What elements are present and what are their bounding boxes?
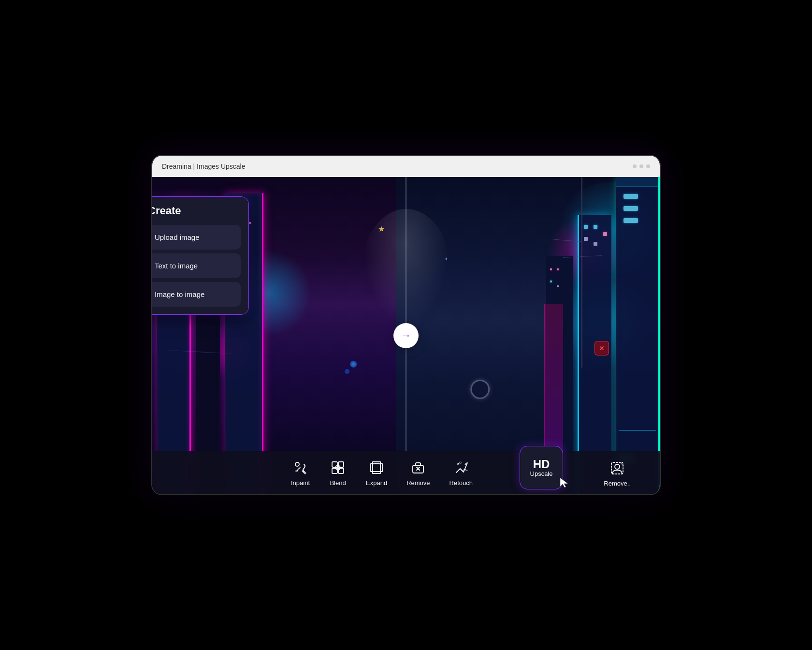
star-1: ★ — [378, 224, 385, 234]
inpaint-icon — [292, 459, 309, 476]
arrow-right-icon: → — [401, 329, 411, 342]
device-frame: Dreamina | Images Upscale — [152, 156, 660, 494]
svg-rect-19 — [373, 464, 380, 472]
retouch-label: Retouch — [450, 479, 473, 487]
blend-icon — [329, 459, 347, 476]
remove-label: Remove — [406, 479, 430, 487]
svg-point-23 — [463, 470, 464, 471]
svg-point-10 — [295, 462, 299, 466]
text-to-image-label: Text to image — [155, 262, 198, 270]
pole-1 — [581, 177, 582, 368]
hd-upscale-button[interactable]: HD Upscale — [520, 446, 563, 489]
retouch-icon — [452, 459, 470, 476]
earring-1 — [350, 361, 357, 368]
window-dot-3 — [646, 164, 650, 168]
create-panel-header: Create — [152, 205, 241, 217]
blend-label: Blend — [330, 479, 346, 487]
inpaint-label: Inpaint — [291, 479, 310, 487]
image-to-image-button[interactable]: Image to image — [152, 282, 241, 307]
upload-image-label: Upload image — [155, 233, 200, 241]
building-right-1: SEP — [616, 177, 660, 494]
blend-tool[interactable]: Blend — [319, 454, 356, 491]
earring-2 — [345, 369, 349, 374]
retouch-tool[interactable]: Retouch — [440, 454, 482, 491]
remove-bg-icon — [609, 459, 626, 477]
create-panel-title: Create — [152, 205, 181, 217]
text-to-image-button[interactable]: Text to image — [152, 253, 241, 278]
remove-tool[interactable]: Remove — [397, 454, 439, 491]
star-2: ✦ — [444, 256, 448, 262]
main-content: ✦ ✦ ✦ SEP — [152, 177, 660, 494]
cursor-icon — [559, 477, 570, 491]
svg-point-11 — [295, 470, 297, 472]
remove-bg-tool[interactable]: Remove.. — [594, 455, 640, 492]
window-dot-1 — [633, 164, 637, 168]
svg-point-25 — [615, 464, 620, 469]
upscale-hd-text: HD — [533, 458, 550, 470]
window-dot-2 — [639, 164, 643, 168]
moon-accent — [470, 380, 490, 399]
window-controls — [633, 164, 650, 168]
window-title: Dreamina | Images Upscale — [162, 162, 633, 170]
compare-arrow-button[interactable]: → — [393, 323, 419, 348]
create-panel: Create Upload image — [152, 196, 249, 315]
upscale-label-text: Upscale — [530, 470, 553, 477]
expand-icon — [368, 459, 385, 476]
inpaint-tool[interactable]: Inpaint — [281, 454, 319, 491]
bottom-toolbar: Inpaint Blend — [152, 451, 660, 494]
image-to-image-label: Image to image — [155, 290, 204, 298]
expand-label: Expand — [366, 479, 387, 487]
remove-bg-label: Remove.. — [604, 480, 631, 487]
expand-tool[interactable]: Expand — [356, 454, 397, 491]
upload-image-button[interactable]: Upload image — [152, 225, 241, 250]
title-bar: Dreamina | Images Upscale — [152, 156, 660, 177]
remove-icon — [409, 459, 427, 476]
